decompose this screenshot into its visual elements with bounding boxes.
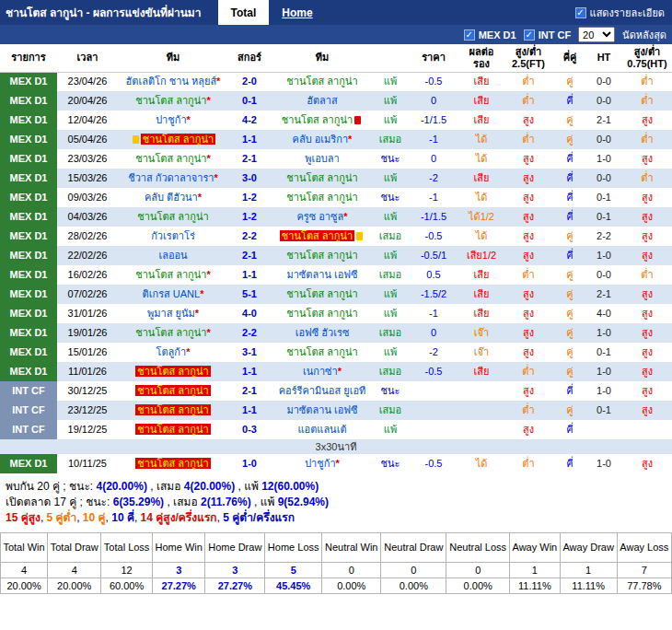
- match-result: ชนะ: [374, 454, 407, 473]
- team-name[interactable]: แอตแลนเต้: [297, 424, 346, 435]
- checkbox-checked-icon: ✓: [575, 7, 586, 18]
- column-header: สูง/ต่ำ 2.5(FT): [503, 44, 554, 72]
- team-name[interactable]: กัวเรตาโร่: [151, 230, 195, 241]
- team-name[interactable]: ชีวาส กัวดาลาจารา: [128, 172, 214, 183]
- over-under-ft: ต่ำ: [503, 401, 554, 420]
- stat-count: 4: [1, 563, 48, 578]
- team-name[interactable]: ชานโตส ลากูน่า: [135, 366, 210, 377]
- match-count-select[interactable]: 20: [578, 27, 615, 42]
- tab-home[interactable]: Home: [269, 0, 325, 25]
- team-name[interactable]: ชานโตส ลากูน่า: [282, 114, 353, 125]
- mex-d1-checkbox[interactable]: ✓ MEX D1: [464, 29, 516, 41]
- note-row: 3x30นาที: [0, 439, 672, 454]
- team-name[interactable]: ชานโตส ลากูน่า: [135, 424, 210, 435]
- home-mark-star: *: [348, 134, 352, 145]
- team-name[interactable]: ชานโตส ลากูน่า: [135, 153, 206, 164]
- team-name[interactable]: คอร์รีคามินอส ยูเอที: [279, 385, 366, 396]
- over-under-ht: สูง: [622, 401, 672, 420]
- team-name[interactable]: ชานโตส ลากูน่า: [286, 288, 357, 299]
- team-name[interactable]: ฮัตเลติโก ชาน หลุยส์: [126, 76, 217, 87]
- stat-count: 1: [560, 563, 617, 578]
- match-score: 2-1: [228, 149, 271, 169]
- team-name[interactable]: ชานโตส ลากูน่า: [135, 269, 206, 280]
- column-header: เวลา: [57, 44, 118, 72]
- show-details-checkbox[interactable]: ✓ แสดงรายละเอียด: [575, 0, 672, 25]
- handicap-value: -2: [407, 343, 460, 362]
- league-badge: MEX D1: [0, 111, 57, 130]
- team-name[interactable]: ครูซ อาซูล: [296, 211, 343, 222]
- stats-header-row: Total WinTotal DrawTotal LossHome WinHom…: [1, 533, 672, 563]
- checkbox-checked-icon: ✓: [524, 29, 535, 41]
- match-result: แพ้: [374, 246, 407, 265]
- team-name[interactable]: คลับ ตีฮัวนา: [145, 192, 198, 203]
- over-under-ht: สูง: [622, 454, 672, 473]
- league-badge: MEX D1: [0, 454, 57, 473]
- team-name[interactable]: ฮัตลาส: [307, 95, 338, 106]
- team-name[interactable]: เลออน: [158, 250, 187, 261]
- team-name[interactable]: ชานโตส ลากูน่า: [135, 327, 206, 338]
- column-header: HT: [585, 44, 622, 72]
- summary-segment: 2(11.76%): [201, 496, 251, 508]
- home-team-cell: ชานโตส ลากูน่า*: [118, 265, 228, 285]
- team-name[interactable]: ชานโตส ลากูน่า: [135, 458, 210, 469]
- summary-segment: ,: [41, 511, 47, 524]
- match-date: 22/02/26: [57, 246, 118, 265]
- team-name[interactable]: ชานโตส ลากูน่า: [286, 346, 357, 357]
- stat-column-header: Total Win: [1, 533, 48, 563]
- handicap-result: ได้: [460, 188, 503, 207]
- match-date: 04/03/26: [57, 207, 118, 227]
- odd-even: คู่: [554, 72, 585, 91]
- team-name[interactable]: มาซัตลาน เอฟซี: [286, 404, 357, 415]
- halftime-score: 0-0: [585, 91, 622, 111]
- int-cf-checkbox[interactable]: ✓ INT CF: [524, 29, 571, 41]
- team-name[interactable]: ปาชูก้า: [156, 114, 186, 125]
- team-name[interactable]: ชานโตส ลากูน่า: [286, 76, 357, 87]
- summary-segment: , เสมอ: [164, 496, 201, 508]
- match-date: 05/04/26: [57, 130, 118, 149]
- handicap-result: เจ๊า: [460, 343, 503, 362]
- team-name[interactable]: ชานโตส ลากูน่า: [280, 230, 354, 241]
- home-mark-star: *: [216, 76, 220, 87]
- team-name[interactable]: เอฟซี ฮัวเรซ: [295, 327, 350, 338]
- stat-percent: 60.00%: [101, 578, 153, 594]
- handicap-value: -0.5/1: [407, 246, 460, 265]
- match-result: เสมอ: [374, 323, 407, 343]
- handicap-value: -2: [407, 169, 460, 188]
- team-name[interactable]: ชานโตส ลากูน่า: [286, 250, 357, 261]
- team-name[interactable]: ติเกรส UANL: [143, 288, 201, 299]
- team-name[interactable]: คลับ อเมริกา: [293, 134, 349, 145]
- team-name[interactable]: ชานโตส ลากูน่า: [135, 95, 206, 106]
- team-name[interactable]: ชานโตส ลากูน่า: [141, 134, 215, 145]
- team-name[interactable]: พูเอบลา: [305, 153, 340, 164]
- yellow-card-icon: [356, 232, 363, 240]
- over-under-ft: สูง: [503, 285, 554, 304]
- team-name[interactable]: ชานโตส ลากูน่า: [135, 404, 210, 415]
- team-name[interactable]: โตลูก้า: [156, 346, 187, 357]
- team-name[interactable]: ชานโตส ลากูน่า: [286, 192, 357, 203]
- handicap-result: เสีย: [460, 265, 503, 285]
- over-under-ht: สูง: [622, 246, 672, 265]
- away-team-cell: ฮัตลาส: [271, 91, 374, 111]
- league-badge: MEX D1: [0, 72, 57, 91]
- summary-line-overall: พบกัน 20 คู่ ; ชนะ: 4(20.00%) , เสมอ 4(2…: [6, 479, 666, 495]
- team-name[interactable]: ชานโตส ลากูน่า: [137, 211, 208, 222]
- home-mark-star: *: [198, 192, 202, 203]
- team-name[interactable]: ชานโตส ลากูน่า: [286, 308, 357, 319]
- team-name[interactable]: ปาชูก้า: [305, 458, 335, 469]
- match-result: แพ้: [374, 285, 407, 304]
- team-name[interactable]: พูมาส ยูนัม: [147, 308, 195, 319]
- home-team-cell: พูมาส ยูนัม*: [118, 304, 228, 323]
- over-under-ht: ต่ำ: [622, 265, 672, 285]
- home-mark-star: *: [206, 269, 210, 280]
- home-mark-star: *: [336, 458, 340, 469]
- team-name[interactable]: ชานโตส ลากูน่า: [286, 172, 357, 183]
- handicap-value: -1: [407, 188, 460, 207]
- match-score: 1-0: [228, 454, 271, 473]
- odd-even: คี่: [554, 188, 585, 207]
- stat-column-header: Neutral Loss: [446, 533, 510, 563]
- team-name[interactable]: เนกาซ่า: [303, 366, 338, 377]
- tab-total[interactable]: Total: [218, 0, 270, 25]
- team-name[interactable]: ชานโตส ลากูน่า: [135, 385, 210, 396]
- halftime-score: 4-0: [585, 304, 622, 323]
- team-name[interactable]: มาซัตลาน เอฟซี: [286, 269, 357, 280]
